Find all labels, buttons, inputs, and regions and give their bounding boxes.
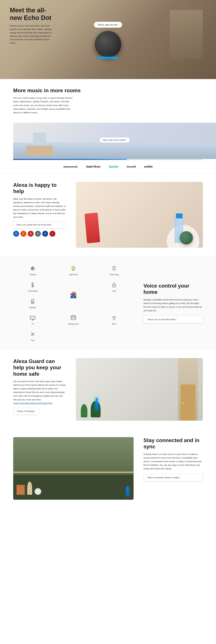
skill-icon-4: S: [35, 231, 41, 237]
echo-dot-hero: [95, 31, 121, 57]
music-section: More music in more rooms Use your voice …: [0, 79, 216, 123]
svg-point-37: [114, 319, 114, 320]
smart-home-devices: Camera Light bulb: [13, 262, 134, 343]
device-speaker: Speaker: [27, 296, 38, 310]
room-inner: "Alexa, play music upstairs.": [13, 123, 216, 159]
svg-rect-9: [114, 267, 115, 268]
hero-alexa-command: "Alexa, play top hits.": [94, 22, 122, 28]
svg-point-28: [32, 300, 33, 300]
guard-wall: [178, 358, 198, 421]
echo-dot-help: [180, 231, 193, 244]
alexa-help-description: Make your life easier at home. Set timer…: [13, 197, 66, 219]
wifi-label: Wi-Fi: [112, 323, 116, 325]
hero-description: Round out any room with Alexa. Our most …: [10, 24, 53, 45]
amazon-music-logo: amazonmusic: [63, 165, 78, 168]
music-title: More music in more rooms: [13, 87, 81, 94]
room-alexa-command: "Alexa, play music upstairs.": [100, 138, 130, 142]
svg-point-24: [114, 286, 114, 286]
plant-1: [81, 404, 87, 417]
water-bottle-cap: [176, 214, 182, 218]
lock-label: Lock: [112, 290, 116, 292]
svg-point-11: [114, 270, 114, 271]
skill-icons-container: K Z N S A +: [13, 231, 66, 237]
smart-home-text: Voice control your home Manage compatibl…: [143, 283, 203, 323]
device-house: [68, 289, 79, 300]
svg-rect-33: [71, 316, 76, 320]
svg-point-22: [74, 297, 74, 297]
device-plug: Smart plug: [108, 262, 121, 277]
svg-rect-20: [75, 292, 76, 293]
guard-door: [180, 384, 195, 421]
device-camera: Camera: [27, 262, 38, 277]
yoga-mat: [84, 213, 100, 243]
bulb-label: Light bulb: [69, 274, 78, 276]
smart-home-title: Voice control your home: [143, 283, 203, 295]
alexa-help-image: [76, 182, 203, 248]
hero-bg-decoration: [170, 10, 203, 59]
alexa-help-text: Alexa is happy to help Make your life ea…: [13, 182, 66, 237]
smart-home-quote: "Alexa, turn up the thermostat.": [143, 316, 203, 323]
garage-icon: [69, 314, 78, 322]
echo-connected-device: [127, 486, 129, 496]
svg-rect-32: [31, 316, 35, 319]
svg-marker-36: [71, 315, 76, 316]
wall-bg: [13, 437, 134, 475]
room-monitor: [33, 132, 46, 146]
tv-label: TV: [32, 323, 34, 325]
guard-description: Set up Guard for free in the Alexa app t…: [13, 380, 66, 402]
hero-center: "Alexa, play top hits.": [94, 22, 122, 57]
connected-text: Stay connected and in sync Instantly dro…: [143, 437, 203, 481]
fan-icon: [29, 330, 37, 338]
thermo-label: Thermostat: [28, 290, 38, 292]
guard-title: Alexa Guard can help you keep your home …: [13, 358, 66, 377]
svg-point-27: [32, 302, 33, 302]
connected-quote: "Alexa, announce 'dinner is ready.'": [143, 474, 203, 481]
svg-rect-7: [113, 266, 115, 270]
tv-icon: [29, 314, 37, 322]
music-text: More music in more rooms Use your voice …: [13, 87, 81, 114]
music-description: Use your voice to play a song, artist, o…: [13, 96, 73, 114]
bowl: [35, 488, 41, 495]
device-fan: Fan: [27, 328, 38, 343]
svg-rect-8: [114, 267, 114, 268]
guard-image: [76, 358, 203, 421]
device-bulb: Light bulb: [67, 262, 79, 277]
kitchen-items: [17, 482, 41, 495]
guard-link[interactable]: Learn more about Guard and Guard Plus.: [13, 402, 53, 404]
room-image: "Alexa, play music upstairs.": [13, 123, 216, 159]
copper-pot: [17, 485, 25, 495]
spotify-logo: Spotify: [109, 165, 118, 168]
echo-guard-device: [96, 398, 98, 411]
skill-icon-6: +: [50, 231, 55, 237]
connected-description: Instantly drop in on other rooms in your…: [143, 452, 203, 470]
svg-point-1: [32, 268, 34, 270]
svg-rect-19: [74, 295, 76, 296]
device-wifi: Wi-Fi: [108, 312, 120, 327]
svg-point-38: [32, 334, 33, 335]
skill-icon-3: N: [28, 231, 34, 237]
wifi-icon: [110, 314, 118, 322]
hero-text: Meet the all-new Echo Dot Round out any …: [10, 6, 56, 45]
svg-rect-21: [70, 298, 77, 298]
connected-title: Stay connected and in sync: [143, 437, 203, 450]
device-tv: TV: [27, 312, 38, 327]
svg-rect-18: [71, 295, 72, 296]
lock-icon: [110, 281, 118, 289]
speaker-label: Speaker: [29, 306, 37, 309]
device-garage: Garage door: [66, 312, 80, 327]
bulb-icon: [69, 264, 78, 272]
thermo-icon: [29, 281, 37, 289]
device-lock: Lock: [108, 279, 120, 294]
shelf-line: [13, 472, 134, 473]
garage-label: Garage door: [68, 323, 79, 325]
audible-logo: audible: [144, 165, 153, 168]
room-desk: [26, 146, 53, 156]
camera-icon: [29, 264, 37, 272]
skill-icon-1: K: [13, 231, 19, 237]
camera-label: Camera: [29, 274, 36, 276]
svg-rect-4: [73, 270, 74, 270]
skill-icon-5: A: [42, 231, 48, 237]
alexa-help-section: Alexa is happy to help Make your life ea…: [0, 174, 216, 256]
room-image-wrapper: "Alexa, play music upstairs.": [0, 123, 216, 160]
connected-image: [13, 437, 134, 500]
